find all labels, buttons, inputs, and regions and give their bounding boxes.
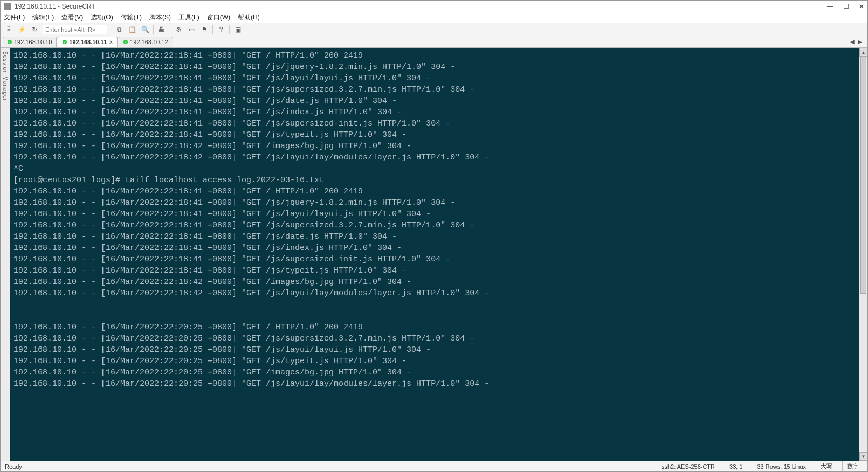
minimize-button[interactable]: — (827, 3, 833, 10)
menu-tools[interactable]: 工具(L) (178, 13, 199, 22)
window-title: 192.168.10.11 - SecureCRT (15, 3, 95, 10)
tab-label: 192.168.10.10 (14, 39, 52, 45)
trace-icon[interactable]: ⚑ (199, 25, 209, 34)
scroll-track[interactable] (859, 57, 867, 452)
menu-script[interactable]: 脚本(S) (149, 13, 171, 22)
connected-icon (8, 40, 12, 44)
paste-icon[interactable]: 📋 (127, 25, 137, 34)
scroll-up-icon[interactable]: ▲ (859, 48, 867, 57)
session-options-icon[interactable]: ▭ (187, 25, 196, 34)
statusbar: Ready ssh2: AES-256-CTR 33, 1 33 Rows, 1… (1, 461, 867, 471)
tab-label: 192.168.10.11 (69, 39, 107, 45)
terminal[interactable]: 192.168.10.10 - - [16/Mar/2022:22:18:41 … (10, 48, 859, 461)
status-num: 数字 (842, 461, 863, 471)
tab-close-icon[interactable]: × (109, 39, 113, 45)
app-badge-icon[interactable]: ▣ (233, 25, 243, 34)
tab-nav-right-icon[interactable]: ▶ (858, 39, 862, 45)
find-icon[interactable]: 🔍 (140, 25, 150, 34)
session-tab[interactable]: 192.168.10.10 (3, 37, 57, 47)
window-controls: — ☐ ✕ (827, 3, 864, 10)
session-tab[interactable]: 192.168.10.11× (58, 37, 118, 47)
menu-file[interactable]: 文件(F) (4, 13, 25, 22)
session-manager-label: Session Manager (2, 51, 8, 101)
toolbar-separator (170, 25, 170, 34)
session-manager-icon[interactable]: ⠿ (4, 25, 13, 34)
scroll-down-icon[interactable]: ▼ (859, 452, 867, 461)
copy-icon[interactable]: ⧉ (114, 25, 124, 34)
terminal-scrollbar[interactable]: ▲ ▼ (859, 48, 867, 461)
status-cipher: ssh2: AES-256-CTR (657, 461, 719, 471)
tab-nav: ◀ ▶ (850, 39, 865, 45)
status-rowscols: 33 Rows, 15 Linux (753, 461, 811, 471)
session-tab[interactable]: 192.168.10.12 (119, 37, 173, 47)
print-icon[interactable]: 🖶 (157, 25, 167, 34)
menu-view[interactable]: 查看(V) (61, 13, 83, 22)
toolbar-separator (212, 25, 213, 34)
menu-edit[interactable]: 编辑(E) (32, 13, 54, 22)
terminal-wrap: 192.168.10.10 - - [16/Mar/2022:22:18:41 … (10, 48, 867, 461)
titlebar-left: 192.168.10.11 - SecureCRT (4, 3, 95, 10)
menu-window[interactable]: 窗口(W) (207, 13, 230, 22)
settings-icon[interactable]: ⚙ (174, 25, 183, 34)
connected-icon (123, 40, 128, 44)
toolbar-separator (153, 25, 154, 34)
toolbar-separator (229, 25, 230, 34)
host-input[interactable] (43, 25, 107, 34)
menubar: 文件(F) 编辑(E) 查看(V) 选项(O) 传输(T) 脚本(S) 工具(L… (1, 12, 867, 23)
menu-transfer[interactable]: 传输(T) (121, 13, 142, 22)
maximize-button[interactable]: ☐ (843, 3, 849, 10)
status-cursor: 33, 1 (725, 461, 747, 471)
status-caps: 大写 (816, 461, 837, 471)
app-icon (4, 3, 11, 10)
help-icon[interactable]: ? (216, 25, 226, 34)
tab-label: 192.168.10.12 (130, 39, 168, 45)
body: Session Manager 192.168.10.10 - - [16/Ma… (1, 48, 867, 461)
toolbar-separator (111, 25, 111, 34)
connected-icon (63, 40, 67, 44)
titlebar: 192.168.10.11 - SecureCRT — ☐ ✕ (1, 1, 867, 12)
tabstrip: 192.168.10.10192.168.10.11×192.168.10.12… (1, 36, 867, 48)
reconnect-icon[interactable]: ↻ (30, 25, 39, 34)
session-manager-rail[interactable]: Session Manager (1, 48, 10, 461)
app-window: 192.168.10.11 - SecureCRT — ☐ ✕ 文件(F) 编辑… (0, 0, 868, 472)
tab-nav-left-icon[interactable]: ◀ (850, 39, 855, 45)
toolbar: ⠿ ⚡ ↻ ⧉ 📋 🔍 🖶 ⚙ ▭ ⚑ ? ▣ (1, 23, 867, 36)
status-ready: Ready (5, 463, 22, 470)
menu-options[interactable]: 选项(O) (91, 13, 113, 22)
scroll-thumb[interactable] (860, 57, 866, 294)
quick-connect-icon[interactable]: ⚡ (17, 25, 26, 34)
close-button[interactable]: ✕ (859, 3, 864, 10)
menu-help[interactable]: 帮助(H) (238, 13, 260, 22)
